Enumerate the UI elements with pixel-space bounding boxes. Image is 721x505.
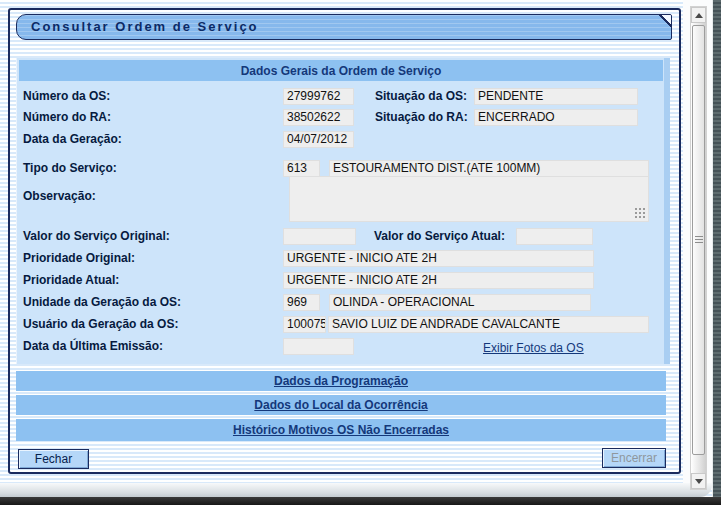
encerrar-button[interactable]: Encerrar (602, 448, 666, 468)
arrow-down-icon (695, 479, 703, 484)
label-data-ultima-emissao: Data da Última Emissão: (23, 339, 163, 353)
exibir-fotos-link[interactable]: Exibir Fotos da OS (483, 341, 584, 355)
section-dados-programacao-label: Dados da Programação (274, 374, 408, 388)
field-observacao[interactable] (289, 176, 649, 222)
field-tipo-servico-codigo[interactable]: 613 (283, 160, 320, 177)
titlebar-corner-decoration (651, 15, 671, 35)
arrow-up-icon (695, 13, 703, 18)
label-valor-original: Valor do Serviço Original: (23, 229, 170, 243)
section-local-ocorrencia-label: Dados do Local da Ocorrência (254, 398, 427, 412)
screen: Consultar Ordem de Serviço Dados Gerais … (0, 0, 721, 505)
section-historico-motivos[interactable]: Histórico Motivos OS Não Encerradas (16, 419, 666, 441)
window-right-edge (712, 0, 721, 497)
label-unidade-geracao: Unidade da Geração da OS: (23, 295, 181, 309)
field-tipo-servico-descricao[interactable]: ESTOURAMENTO DIST.(ATE 100MM) (329, 160, 649, 177)
general-data-panel: Dados Gerais da Ordem de Serviço Número … (16, 58, 670, 364)
field-unidade-descricao[interactable]: OLINDA - OPERACIONAL (329, 294, 591, 311)
label-situacao-ra: Situação do RA: (375, 110, 468, 124)
scrollbar-thumb[interactable] (692, 25, 705, 455)
field-usuario-codigo[interactable]: 100075 (283, 316, 326, 333)
field-numero-ra[interactable]: 38502622 (283, 109, 354, 126)
fechar-button[interactable]: Fechar (18, 449, 89, 469)
resize-grip-icon[interactable] (635, 208, 646, 219)
label-numero-ra: Número do RA: (23, 110, 111, 124)
dialog-title: Consultar Ordem de Serviço (31, 19, 259, 34)
field-data-ultima-emissao[interactable] (283, 338, 354, 355)
field-prioridade-original[interactable]: URGENTE - INICIO ATE 2H (283, 250, 594, 267)
label-prioridade-original: Prioridade Original: (23, 251, 135, 265)
label-numero-os: Número da OS: (23, 89, 110, 103)
label-situacao-os: Situação da OS: (375, 89, 467, 103)
label-prioridade-atual: Prioridade Atual: (23, 273, 119, 287)
field-valor-atual[interactable] (516, 228, 593, 245)
vertical-scrollbar[interactable] (690, 6, 707, 490)
general-section-header: Dados Gerais da Ordem de Serviço (19, 60, 663, 81)
field-prioridade-atual[interactable]: URGENTE - INICIO ATE 2H (283, 272, 594, 289)
window-bottom-frame (0, 483, 712, 497)
field-unidade-codigo[interactable]: 969 (283, 294, 320, 311)
field-valor-original[interactable] (283, 228, 356, 245)
section-historico-motivos-label: Histórico Motivos OS Não Encerradas (233, 423, 449, 437)
label-tipo-servico: Tipo do Serviço: (23, 161, 117, 175)
dialog-titlebar: Consultar Ordem de Serviço (16, 14, 672, 40)
label-valor-atual: Valor do Serviço Atual: (374, 229, 505, 243)
field-numero-os[interactable]: 27999762 (283, 88, 354, 105)
taskbar-edge (0, 497, 721, 505)
label-usuario-geracao: Usuário da Geração da OS: (23, 317, 178, 331)
label-observacao: Observação: (23, 189, 96, 203)
consultar-os-dialog: Consultar Ordem de Serviço Dados Gerais … (8, 8, 681, 474)
field-data-geracao[interactable]: 04/07/2012 (283, 131, 354, 148)
field-usuario-nome[interactable]: SAVIO LUIZ DE ANDRADE CAVALCANTE (328, 316, 649, 333)
scroll-up-button[interactable] (691, 7, 706, 23)
field-situacao-os[interactable]: PENDENTE (474, 88, 638, 105)
section-local-ocorrencia[interactable]: Dados do Local da Ocorrência (16, 395, 666, 415)
label-data-geracao: Data da Geração: (23, 132, 122, 146)
section-dados-programacao[interactable]: Dados da Programação (16, 371, 666, 391)
thumb-grip-icon (695, 236, 703, 244)
scroll-down-button[interactable] (691, 473, 706, 489)
field-situacao-ra[interactable]: ENCERRADO (474, 109, 638, 126)
